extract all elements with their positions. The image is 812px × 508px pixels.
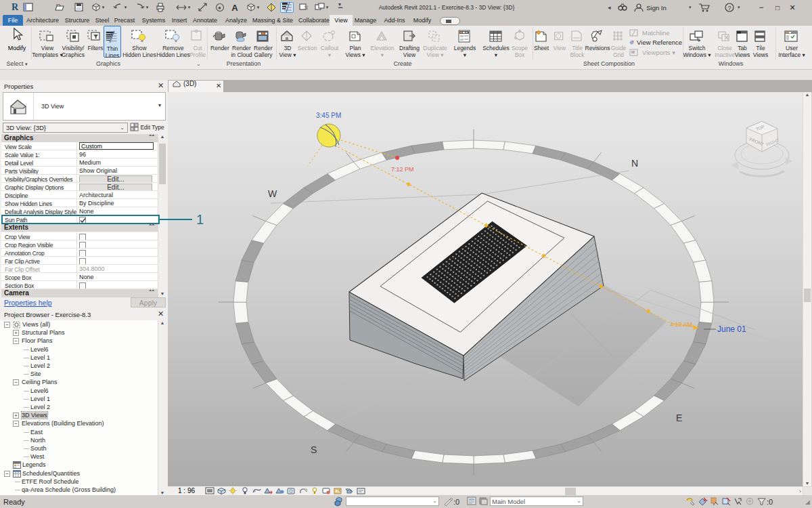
svg-text:?: ? xyxy=(728,5,731,12)
svg-text:N: N xyxy=(631,158,638,169)
svg-text:3:45 PM: 3:45 PM xyxy=(316,112,341,119)
svg-text:E: E xyxy=(676,412,682,423)
svg-text:7:12 PM: 7:12 PM xyxy=(391,166,414,173)
svg-text:June 01: June 01 xyxy=(717,324,746,334)
svg-text:4:12 AM: 4:12 AM xyxy=(670,321,692,328)
svg-text:W: W xyxy=(268,188,277,199)
svg-text:x: x xyxy=(704,498,706,502)
svg-text:S: S xyxy=(311,444,317,455)
svg-text:●: ● xyxy=(218,5,221,11)
